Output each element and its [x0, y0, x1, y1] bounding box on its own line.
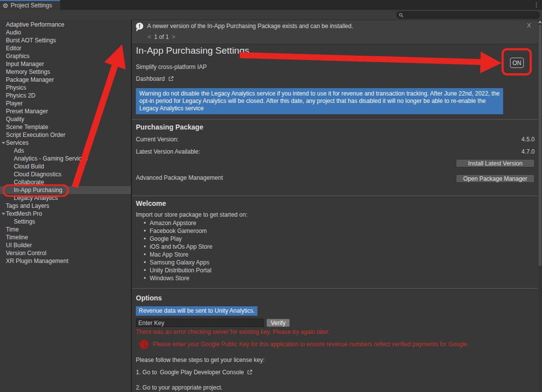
server-error-text: There was an error checking server for e… — [136, 328, 329, 335]
sidebar-item[interactable]: Package Manager — [0, 76, 131, 84]
foldout-arrow-icon[interactable] — [1, 142, 5, 144]
close-icon[interactable]: X — [527, 22, 531, 29]
sidebar-item-label: Legacy Analytics — [14, 195, 58, 201]
vertical-scrollbar[interactable] — [538, 20, 542, 392]
sidebar-item[interactable]: Collaborate — [0, 178, 131, 186]
sidebar-item-label: Physics 2D — [6, 92, 35, 99]
sidebar-item[interactable]: Analytics - Gaming Services — [0, 155, 131, 163]
sidebar-item[interactable]: Physics 2D — [0, 92, 131, 99]
sidebar-item-label: Physics — [6, 84, 26, 91]
google-key-input[interactable] — [136, 319, 264, 327]
pager-prev-button[interactable]: < — [148, 33, 151, 40]
error-info-icon: i — [139, 340, 149, 349]
alert-bubble-icon: ! — [136, 23, 143, 30]
sidebar-item[interactable]: Burst AOT Settings — [0, 36, 131, 44]
legacy-analytics-warning: Warning do not disable the Legacy Analyt… — [136, 88, 503, 114]
sidebar-item[interactable]: Graphics — [0, 52, 131, 60]
dashboard-link[interactable]: Dashboard — [136, 75, 165, 82]
search-input[interactable] — [405, 12, 533, 18]
sidebar-item-label: Analytics - Gaming Services — [14, 155, 88, 162]
sidebar-item[interactable]: Editor — [0, 44, 131, 52]
store-list-item: Windows Store — [144, 274, 212, 282]
sidebar-item[interactable]: Scene Template — [0, 123, 131, 131]
sidebar-item[interactable]: Legacy Analytics — [0, 194, 131, 202]
page-subtitle: Simplify cross-platform IAP — [136, 64, 207, 70]
sidebar-item-label: Editor — [6, 45, 21, 52]
sidebar-item[interactable]: Services — [0, 139, 131, 147]
sidebar-item-label: Scene Template — [6, 124, 48, 131]
sidebar-item[interactable]: Adaptive Performance — [0, 21, 131, 29]
sidebar-item[interactable]: Preset Manager — [0, 107, 131, 115]
step1-prefix: 1. Go to — [136, 369, 157, 376]
kebab-menu-icon[interactable]: ⋮ — [533, 1, 540, 8]
sidebar-item[interactable]: Ads — [0, 147, 131, 155]
sidebar-item-label: XR Plugin Management — [6, 258, 68, 264]
store-list-item: Amazon Appstore — [144, 219, 212, 227]
store-list: Amazon AppstoreFacebook GameroomGoogle P… — [144, 219, 212, 282]
store-list-item: iOS and tvOs App Store — [144, 243, 212, 251]
sidebar-item-label: Settings — [14, 218, 35, 225]
sidebar-item[interactable]: Settings — [0, 218, 131, 226]
sidebar-item[interactable]: Audio — [0, 29, 131, 36]
sidebar-list: Adaptive Performance Audio Burst AOT Set… — [0, 20, 131, 265]
scroll-up-icon[interactable] — [538, 20, 542, 23]
sidebar-item[interactable]: Input Manager — [0, 60, 131, 68]
sidebar-item[interactable]: XR Plugin Management — [0, 257, 131, 265]
scrollbar-thumb[interactable] — [539, 25, 542, 266]
sidebar-item[interactable]: Tags and Layers — [0, 202, 131, 210]
external-link-icon[interactable] — [247, 369, 253, 375]
sidebar-item[interactable]: Cloud Diagnostics — [0, 170, 131, 178]
google-play-console-link[interactable]: Google Play Developer Console — [160, 369, 244, 376]
store-list-item: Google Play — [144, 235, 212, 243]
welcome-heading: Welcome — [136, 199, 166, 207]
install-latest-version-button[interactable]: Install Latest Version — [456, 159, 535, 167]
step2-text: 2. Go to your appropriate project. — [136, 384, 223, 391]
sidebar-item-label: In-App Purchasing — [14, 187, 63, 194]
welcome-intro: Import our store package to get started … — [136, 211, 248, 218]
sidebar-item-label: Tags and Layers — [6, 202, 49, 209]
section-divider — [132, 196, 538, 196]
sidebar-item-label: Collaborate — [14, 179, 44, 186]
sidebar-item[interactable]: In-App Purchasing — [0, 186, 131, 194]
search-box[interactable] — [396, 11, 540, 19]
external-link-icon[interactable] — [168, 76, 174, 82]
sidebar-item-label: Adaptive Performance — [6, 21, 64, 28]
verify-button[interactable]: Verify — [266, 319, 290, 327]
sidebar-item[interactable]: Quality — [0, 115, 131, 123]
sidebar-item-label: Time — [6, 226, 19, 233]
sidebar-item[interactable]: Script Execution Order — [0, 131, 131, 139]
settings-sidebar: Adaptive Performance Audio Burst AOT Set… — [0, 20, 132, 392]
sidebar-item[interactable]: TextMesh Pro — [0, 210, 131, 218]
sidebar-item[interactable]: Memory Settings — [0, 68, 131, 76]
sidebar-item[interactable]: Timeline — [0, 233, 131, 241]
open-package-manager-button[interactable]: Open Package Manager — [456, 174, 535, 183]
sidebar-item-label: Version Control — [6, 250, 46, 257]
tab-project-settings[interactable]: ⚙ Project Settings — [0, 0, 60, 10]
revenue-analytics-badge: Revenue data will be sent to Unity Analy… — [136, 306, 257, 316]
sidebar-item-label: Memory Settings — [6, 68, 50, 75]
purchasing-package-heading: Purchasing Package — [136, 123, 203, 131]
advanced-package-management-label: Advanced Package Management — [136, 174, 223, 181]
latest-version-value: 4.7.0 — [521, 148, 535, 155]
sidebar-item[interactable]: UI Builder — [0, 241, 131, 249]
options-heading: Options — [136, 294, 162, 302]
sidebar-item-label: Timeline — [6, 234, 28, 241]
sidebar-item[interactable]: Cloud Build — [0, 163, 131, 170]
store-list-item: Mac App Store — [144, 251, 212, 259]
sidebar-item-label: Cloud Diagnostics — [14, 171, 62, 178]
sidebar-item-label: Quality — [6, 116, 24, 123]
pager-next-button[interactable]: > — [172, 33, 175, 40]
foldout-arrow-icon[interactable] — [1, 213, 5, 215]
sidebar-item[interactable]: Physics — [0, 84, 131, 92]
notification-pager: < 1 of 1 > — [148, 33, 175, 40]
sidebar-item-label: Cloud Build — [14, 163, 44, 170]
current-version-label: Current Version: — [136, 136, 179, 143]
iap-on-toggle[interactable]: ON — [510, 58, 524, 68]
toolbar — [0, 10, 542, 20]
sidebar-item[interactable]: Version Control — [0, 249, 131, 257]
sidebar-item[interactable]: Time — [0, 226, 131, 233]
gear-icon: ⚙ — [2, 2, 8, 9]
notification-banner: ! A newer version of the In-App Purchasi… — [132, 20, 538, 44]
page-title: In-App Purchasing Settings — [136, 45, 249, 56]
sidebar-item[interactable]: Player — [0, 99, 131, 107]
